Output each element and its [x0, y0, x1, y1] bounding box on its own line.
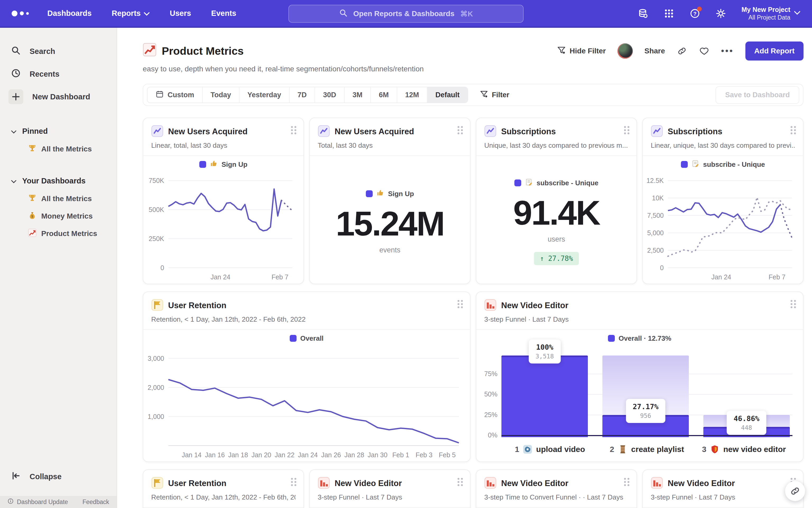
card-user-retention: User Retention Retention, < 1 Day, Jan 1…	[143, 292, 470, 462]
drag-handle[interactable]	[458, 478, 463, 486]
date-preset-today[interactable]: Today	[203, 87, 240, 102]
insights-report-icon	[484, 125, 497, 138]
data-management-icon[interactable]	[638, 8, 648, 19]
drag-handle[interactable]	[790, 300, 796, 308]
global-search-input[interactable]: Open Reports & Dashboards ⌘K	[288, 5, 524, 23]
sidebar-collapse-button[interactable]: Collapse	[0, 465, 117, 488]
apps-grid-icon[interactable]	[664, 8, 674, 19]
card-title[interactable]: New Video Editor	[501, 479, 568, 488]
sidebar-section-your-dashboards[interactable]: Your Dashboards	[0, 172, 117, 190]
share-link-fab[interactable]	[785, 481, 805, 501]
card-title[interactable]: New Users Acquired	[168, 127, 247, 136]
card-title[interactable]: User Retention	[168, 479, 226, 488]
nav-events[interactable]: Events	[211, 9, 236, 18]
legend-subscribe-unique[interactable]: subscribe - Unique	[514, 174, 598, 192]
help-icon[interactable]: ?	[690, 8, 700, 19]
nav-dashboards[interactable]: Dashboards	[47, 9, 92, 18]
feedback-link[interactable]: Feedback	[82, 499, 109, 506]
money-bag-icon: $	[28, 211, 37, 221]
y-axis-tick: 50%	[476, 390, 498, 398]
chart-increasing-icon	[143, 43, 157, 59]
legend-overall-conversion[interactable]: Overall · 12.73%	[476, 330, 803, 347]
sidebar-footer: Dashboard Update Feedback	[0, 496, 117, 508]
funnel-step-label-1[interactable]: 1upload video	[502, 437, 598, 462]
sidebar-item-money-metrics[interactable]: $ Money Metrics	[0, 208, 117, 225]
settings-gear-icon[interactable]	[716, 8, 726, 19]
sidebar-item-all-the-metrics[interactable]: All the Metrics	[0, 190, 117, 208]
date-preset-6m[interactable]: 6M	[371, 87, 397, 102]
page-title: Product Metrics	[143, 43, 244, 59]
legend-swatch	[290, 335, 297, 342]
add-report-button[interactable]: Add Report	[745, 42, 804, 60]
funnel-step-label-2[interactable]: 2create playlist	[598, 437, 695, 462]
drag-handle[interactable]	[790, 126, 796, 134]
chevron-down-icon	[11, 177, 16, 185]
project-switcher[interactable]: My New Project All Project Data	[741, 6, 790, 22]
clock-icon	[11, 69, 20, 80]
legend-sign-up[interactable]: Sign Up	[366, 185, 414, 202]
date-preset-yesterday[interactable]: Yesterday	[240, 87, 290, 102]
favorite-heart-icon[interactable]	[699, 46, 710, 56]
line-chart-new-users: 750K500K250K0Jan 24Feb 7	[143, 173, 303, 284]
sidebar-item-recents[interactable]: Recents	[0, 62, 117, 85]
x-axis-line	[502, 435, 793, 436]
line-chart-retention: 3,0002,0001,000Jan 14Jan 16Jan 18Jan 20J…	[143, 347, 470, 462]
drag-handle[interactable]	[624, 126, 630, 134]
date-preset-30d[interactable]: 30D	[315, 87, 345, 102]
sidebar-item-product-metrics[interactable]: Product Metrics	[0, 225, 117, 242]
retention-flag-icon	[151, 477, 163, 490]
card-title[interactable]: Subscriptions	[668, 127, 722, 136]
card-video-editor-funnel: New Video Editor 3-step Funnel · Last 7 …	[476, 292, 804, 462]
drag-handle[interactable]	[624, 478, 630, 486]
date-preset-7d[interactable]: 7D	[290, 87, 315, 102]
card-title[interactable]: Subscriptions	[501, 127, 556, 136]
drag-handle[interactable]	[291, 478, 297, 486]
copy-link-icon[interactable]	[677, 46, 687, 56]
filter-button[interactable]: Filter	[480, 90, 509, 100]
funnel-report-icon	[484, 299, 497, 312]
card-video-editor-funnel-mini: New Video Editor 3-step Funnel · Last 7 …	[309, 469, 470, 508]
drag-handle[interactable]	[291, 126, 297, 134]
date-preset-3m[interactable]: 3M	[345, 87, 371, 102]
funnel-column-2[interactable]	[602, 355, 689, 437]
sidebar-section-pinned[interactable]: Pinned	[0, 122, 117, 140]
date-preset-12m[interactable]: 12M	[397, 87, 428, 102]
card-subtitle: 3-step Time to Convert Funnel · · Last 7…	[484, 493, 629, 501]
share-button[interactable]: Share	[644, 47, 665, 55]
card-subtitle: Retention, < 1 Day, Jan 12th, 2022 - Feb…	[151, 315, 462, 324]
funnel-column-1[interactable]	[502, 355, 588, 437]
legend-subscribe-unique[interactable]: subscribe - Unique	[643, 156, 803, 173]
card-title[interactable]: New Video Editor	[335, 479, 402, 488]
svg-text:3,000: 3,000	[147, 355, 164, 362]
dashboard-update-link[interactable]: Dashboard Update	[7, 498, 68, 506]
sidebar-item-new-dashboard[interactable]: New Dashboard	[0, 85, 117, 108]
drag-handle[interactable]	[458, 126, 463, 134]
hide-filter-button[interactable]: Hide Filter	[557, 46, 606, 56]
drag-handle[interactable]	[458, 300, 463, 308]
funnel-step-label-3[interactable]: 3new video editor	[695, 437, 793, 462]
sidebar-item-all-the-metrics-pinned[interactable]: All the Metrics	[0, 140, 117, 158]
nav-reports[interactable]: Reports	[112, 9, 150, 18]
avatar[interactable]	[617, 43, 633, 59]
card-title[interactable]: User Retention	[168, 301, 226, 310]
card-title[interactable]: New Video Editor	[501, 301, 568, 310]
card-title[interactable]: New Users Acquired	[335, 127, 414, 136]
svg-text:Jan 16: Jan 16	[205, 451, 225, 459]
funnel-tooltip-2: 27.17%956	[626, 399, 666, 423]
date-preset-default[interactable]: Default	[427, 87, 468, 102]
plus-icon	[8, 89, 23, 104]
sidebar-item-search[interactable]: Search	[0, 40, 117, 62]
card-title[interactable]: New Video Editor	[668, 479, 735, 488]
mixpanel-logo[interactable]	[12, 10, 29, 16]
funnel-chart: 0%25%50%75% 100%3,518 27.17%956 46.86%44…	[476, 348, 793, 437]
save-to-dashboard-button[interactable]: Save to Dashboard	[716, 86, 799, 104]
nav-users[interactable]: Users	[170, 9, 191, 18]
date-custom-button[interactable]: Custom	[147, 87, 203, 102]
y-axis-tick: 25%	[476, 411, 498, 418]
search-placeholder: Open Reports & Dashboards	[353, 9, 455, 18]
more-options-button[interactable]: •••	[721, 49, 734, 53]
legend-overall[interactable]: Overall	[143, 330, 470, 347]
svg-text:Jan 30: Jan 30	[368, 451, 387, 459]
legend-sign-up[interactable]: Sign Up	[143, 156, 303, 173]
svg-text:Jan 24: Jan 24	[298, 451, 318, 459]
